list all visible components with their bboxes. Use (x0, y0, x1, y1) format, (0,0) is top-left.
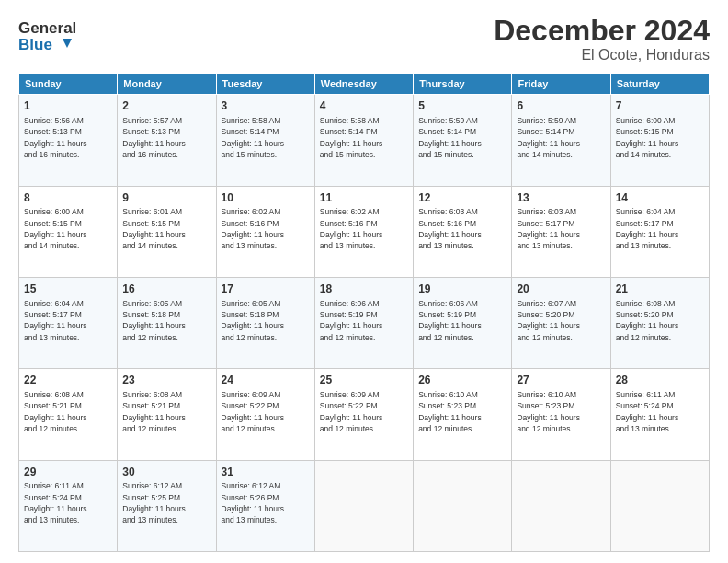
col-saturday: Saturday (610, 74, 709, 95)
table-row: 10Sunrise: 6:02 AMSunset: 5:16 PMDayligh… (216, 186, 314, 277)
col-monday: Monday (118, 74, 216, 95)
table-row: 1Sunrise: 5:56 AMSunset: 5:13 PMDaylight… (19, 95, 118, 186)
table-row: 3Sunrise: 5:58 AMSunset: 5:14 PMDaylight… (216, 95, 314, 186)
calendar-table: Sunday Monday Tuesday Wednesday Thursday… (18, 73, 710, 552)
day-info: Sunrise: 5:59 AMSunset: 5:14 PMDaylight:… (517, 115, 605, 160)
day-number: 18 (320, 282, 408, 297)
table-row: 28Sunrise: 6:11 AMSunset: 5:24 PMDayligh… (610, 369, 709, 460)
table-row: 20Sunrise: 6:07 AMSunset: 5:20 PMDayligh… (512, 277, 610, 368)
day-number: 6 (517, 98, 605, 114)
day-number: 13 (517, 190, 605, 206)
table-row: 9Sunrise: 6:01 AMSunset: 5:15 PMDaylight… (118, 186, 216, 277)
svg-marker-2 (63, 39, 72, 48)
col-thursday: Thursday (414, 74, 512, 95)
day-number: 10 (222, 190, 310, 206)
day-number: 7 (616, 98, 704, 114)
day-number: 14 (616, 190, 704, 206)
day-info: Sunrise: 6:02 AMSunset: 5:16 PMDaylight:… (320, 206, 408, 251)
table-row (610, 460, 709, 551)
day-number: 29 (24, 465, 112, 480)
table-row: 29Sunrise: 6:11 AMSunset: 5:24 PMDayligh… (19, 460, 118, 551)
day-number: 31 (222, 465, 310, 480)
table-row: 12Sunrise: 6:03 AMSunset: 5:16 PMDayligh… (414, 186, 512, 277)
calendar-week-row: 29Sunrise: 6:11 AMSunset: 5:24 PMDayligh… (19, 460, 710, 551)
table-row: 13Sunrise: 6:03 AMSunset: 5:17 PMDayligh… (512, 186, 610, 277)
table-row: 22Sunrise: 6:08 AMSunset: 5:21 PMDayligh… (19, 369, 118, 460)
day-info: Sunrise: 6:08 AMSunset: 5:21 PMDaylight:… (122, 389, 210, 434)
table-row: 2Sunrise: 5:57 AMSunset: 5:13 PMDaylight… (118, 95, 216, 186)
day-info: Sunrise: 6:04 AMSunset: 5:17 PMDaylight:… (24, 298, 112, 343)
table-row: 27Sunrise: 6:10 AMSunset: 5:23 PMDayligh… (512, 369, 610, 460)
day-number: 25 (320, 373, 408, 388)
day-number: 15 (24, 282, 112, 297)
day-number: 28 (616, 373, 704, 388)
day-number: 30 (122, 465, 210, 480)
col-tuesday: Tuesday (216, 74, 314, 95)
table-row: 31Sunrise: 6:12 AMSunset: 5:26 PMDayligh… (216, 460, 314, 551)
col-friday: Friday (512, 74, 610, 95)
day-info: Sunrise: 6:09 AMSunset: 5:22 PMDaylight:… (222, 389, 310, 434)
table-row: 23Sunrise: 6:08 AMSunset: 5:21 PMDayligh… (118, 369, 216, 460)
main-title: December 2024 (494, 15, 710, 47)
day-number: 24 (222, 373, 310, 388)
day-info: Sunrise: 5:58 AMSunset: 5:14 PMDaylight:… (320, 115, 408, 160)
day-info: Sunrise: 6:12 AMSunset: 5:26 PMDaylight:… (222, 480, 310, 525)
day-number: 20 (517, 282, 605, 297)
table-row: 16Sunrise: 6:05 AMSunset: 5:18 PMDayligh… (118, 277, 216, 368)
day-info: Sunrise: 5:58 AMSunset: 5:14 PMDaylight:… (222, 115, 310, 160)
day-info: Sunrise: 5:57 AMSunset: 5:13 PMDaylight:… (122, 115, 210, 160)
table-row: 6Sunrise: 5:59 AMSunset: 5:14 PMDaylight… (512, 95, 610, 186)
logo-icon: General Blue (18, 15, 83, 55)
table-row: 14Sunrise: 6:04 AMSunset: 5:17 PMDayligh… (610, 186, 709, 277)
day-info: Sunrise: 6:04 AMSunset: 5:17 PMDaylight:… (616, 206, 704, 251)
day-number: 2 (122, 98, 210, 114)
day-number: 5 (418, 98, 506, 114)
day-info: Sunrise: 6:08 AMSunset: 5:21 PMDaylight:… (24, 389, 112, 434)
day-info: Sunrise: 5:56 AMSunset: 5:13 PMDaylight:… (24, 115, 112, 160)
day-info: Sunrise: 6:01 AMSunset: 5:15 PMDaylight:… (122, 206, 210, 251)
svg-text:Blue: Blue (18, 36, 52, 53)
day-info: Sunrise: 6:03 AMSunset: 5:17 PMDaylight:… (517, 206, 605, 251)
day-info: Sunrise: 6:06 AMSunset: 5:19 PMDaylight:… (320, 298, 408, 343)
day-info: Sunrise: 6:11 AMSunset: 5:24 PMDaylight:… (24, 480, 112, 525)
subtitle: El Ocote, Honduras (494, 47, 710, 63)
table-row: 17Sunrise: 6:05 AMSunset: 5:18 PMDayligh… (216, 277, 314, 368)
day-number: 17 (222, 282, 310, 297)
day-number: 8 (24, 190, 112, 206)
col-sunday: Sunday (19, 74, 118, 95)
day-number: 12 (418, 190, 506, 206)
day-number: 9 (122, 190, 210, 206)
day-info: Sunrise: 6:06 AMSunset: 5:19 PMDaylight:… (418, 298, 506, 343)
day-number: 26 (418, 373, 506, 388)
calendar-week-row: 8Sunrise: 6:00 AMSunset: 5:15 PMDaylight… (19, 186, 710, 277)
title-area: December 2024 El Ocote, Honduras (494, 15, 710, 63)
table-row: 25Sunrise: 6:09 AMSunset: 5:22 PMDayligh… (314, 369, 413, 460)
day-number: 4 (320, 98, 408, 114)
day-info: Sunrise: 6:00 AMSunset: 5:15 PMDaylight:… (24, 206, 112, 251)
table-row: 24Sunrise: 6:09 AMSunset: 5:22 PMDayligh… (216, 369, 314, 460)
day-number: 21 (616, 282, 704, 297)
day-number: 1 (24, 98, 112, 114)
day-number: 19 (418, 282, 506, 297)
page: General Blue December 2024 El Ocote, Hon… (0, 0, 728, 563)
day-info: Sunrise: 6:05 AMSunset: 5:18 PMDaylight:… (222, 298, 310, 343)
table-row (512, 460, 610, 551)
day-info: Sunrise: 6:11 AMSunset: 5:24 PMDaylight:… (616, 389, 704, 434)
calendar-week-row: 15Sunrise: 6:04 AMSunset: 5:17 PMDayligh… (19, 277, 710, 368)
table-row (414, 460, 512, 551)
day-info: Sunrise: 6:02 AMSunset: 5:16 PMDaylight:… (222, 206, 310, 251)
table-row: 26Sunrise: 6:10 AMSunset: 5:23 PMDayligh… (414, 369, 512, 460)
day-info: Sunrise: 6:10 AMSunset: 5:23 PMDaylight:… (517, 389, 605, 434)
header: General Blue December 2024 El Ocote, Hon… (18, 15, 710, 63)
table-row (314, 460, 413, 551)
calendar-week-row: 1Sunrise: 5:56 AMSunset: 5:13 PMDaylight… (19, 95, 710, 186)
day-number: 23 (122, 373, 210, 388)
day-number: 27 (517, 373, 605, 388)
table-row: 8Sunrise: 6:00 AMSunset: 5:15 PMDaylight… (19, 186, 118, 277)
table-row: 18Sunrise: 6:06 AMSunset: 5:19 PMDayligh… (314, 277, 413, 368)
svg-text:General: General (18, 19, 76, 37)
table-row: 4Sunrise: 5:58 AMSunset: 5:14 PMDaylight… (314, 95, 413, 186)
day-number: 16 (122, 282, 210, 297)
day-info: Sunrise: 6:00 AMSunset: 5:15 PMDaylight:… (616, 115, 704, 160)
logo: General Blue (18, 15, 83, 59)
